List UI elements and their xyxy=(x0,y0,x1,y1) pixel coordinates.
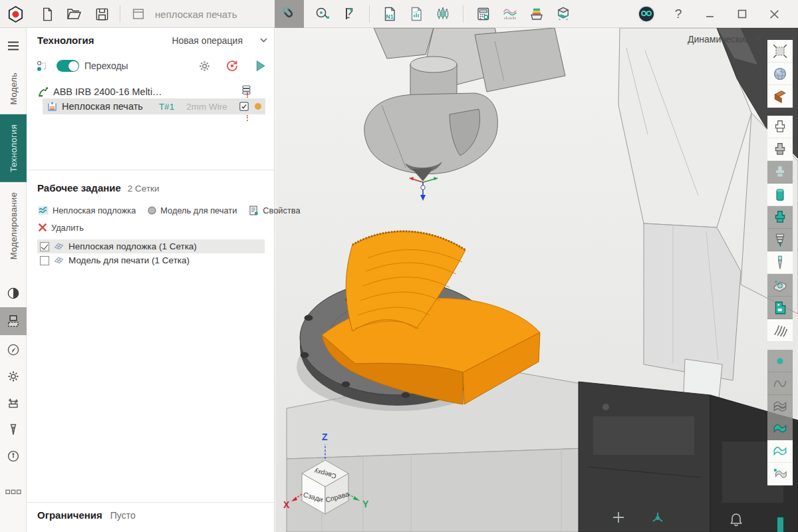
close-button[interactable] xyxy=(763,3,785,25)
minimize-button[interactable] xyxy=(699,3,722,25)
settings-button[interactable] xyxy=(0,364,27,388)
toolbar-separator xyxy=(369,5,370,23)
properties-label: Свойства xyxy=(263,205,300,215)
design-button[interactable] xyxy=(0,337,27,362)
spline-button[interactable] xyxy=(767,372,793,395)
constraints-value: Пусто xyxy=(110,510,136,521)
open-folder-icon xyxy=(66,6,82,22)
play-icon[interactable] xyxy=(253,59,267,73)
delete-button[interactable]: Удалить xyxy=(37,222,84,233)
new-operation-dropdown[interactable]: Новая операция xyxy=(172,35,267,46)
workpiece-button[interactable] xyxy=(767,274,793,297)
robot-status-button[interactable] xyxy=(650,511,665,528)
print-model-button[interactable]: Модель для печати xyxy=(147,205,237,215)
operation-checkbox-checked[interactable] xyxy=(239,101,249,112)
assistant-button[interactable] xyxy=(635,3,658,25)
transitions-toggle[interactable] xyxy=(57,60,79,72)
wave-outline-button[interactable] xyxy=(767,395,793,418)
point-icon xyxy=(772,353,788,369)
help-button[interactable]: ? xyxy=(667,3,690,25)
rail-tab-technology[interactable]: Технология xyxy=(0,114,27,182)
tools-library-button[interactable] xyxy=(432,3,454,25)
wave-light-button[interactable] xyxy=(767,440,793,463)
tool-cylinder-button[interactable] xyxy=(767,184,793,206)
view-mode-dropdown[interactable]: Динамический xyxy=(688,34,761,45)
origin-button[interactable] xyxy=(0,281,27,305)
link-connector xyxy=(247,115,248,121)
worktask-badge: 2 Сетки xyxy=(128,184,160,194)
tool-flange-button[interactable] xyxy=(767,206,793,229)
viewport-3d[interactable]: Z Сверху Сзади Справа X Y Динамический xyxy=(275,28,798,532)
robot-machine-icon xyxy=(37,86,49,98)
tree-operation-row-selected[interactable]: Неплоская печать T#1 2mm Wire xyxy=(43,98,265,114)
machine-button[interactable] xyxy=(767,297,793,319)
layers-button[interactable] xyxy=(525,3,548,25)
save-icon xyxy=(94,7,110,22)
properties-button[interactable]: Свойства xyxy=(248,205,300,216)
report-button[interactable] xyxy=(405,3,428,25)
toolpath-hatch-button[interactable] xyxy=(767,319,793,342)
item-checkbox-unchecked[interactable] xyxy=(40,256,49,265)
view-toolbar xyxy=(767,40,793,485)
add-button[interactable] xyxy=(612,511,625,527)
magnet-snap-button[interactable] xyxy=(275,0,304,28)
mesh-icon xyxy=(53,255,65,265)
new-file-button[interactable] xyxy=(36,3,59,25)
gcode-button[interactable]: N1 xyxy=(378,3,401,25)
simulation-button[interactable] xyxy=(552,3,575,25)
wave-solid-button[interactable] xyxy=(767,418,793,440)
caliper-button[interactable] xyxy=(338,3,360,25)
wave-flag-button[interactable] xyxy=(767,463,793,485)
tree-machine-row[interactable]: ABB IRB 2400-16 Melti… xyxy=(37,85,234,98)
tool-holder-outline-icon xyxy=(772,119,788,135)
fit-view-button[interactable] xyxy=(767,40,793,63)
notifications-button[interactable] xyxy=(729,511,743,529)
operation-settings-gear-icon[interactable] xyxy=(198,59,211,73)
printer-mode-button[interactable] xyxy=(0,307,27,335)
tool-stack-button[interactable] xyxy=(767,229,793,251)
document-tab[interactable] xyxy=(127,3,150,25)
shaded-view-button[interactable] xyxy=(767,63,793,85)
calculator-button[interactable] xyxy=(472,3,495,25)
wave-surface-light-icon xyxy=(772,444,788,460)
scene-3d[interactable]: Z Сверху Сзади Справа X Y xyxy=(275,28,798,532)
tool-ghost-button[interactable] xyxy=(767,161,793,184)
drill-button[interactable] xyxy=(767,251,793,274)
point-button[interactable] xyxy=(767,350,793,372)
rail-tab-model[interactable]: Модель xyxy=(0,63,27,114)
gauge-button[interactable] xyxy=(0,444,27,468)
transitions-label: Переходы xyxy=(84,61,128,71)
battery-indicator[interactable] xyxy=(776,516,785,532)
app-logo[interactable] xyxy=(4,3,27,25)
magnet-icon xyxy=(281,6,297,22)
surface-view-button[interactable] xyxy=(767,85,793,108)
tool-holder-outline-button[interactable] xyxy=(767,116,793,138)
press-button[interactable] xyxy=(0,390,27,415)
more-button[interactable] xyxy=(0,479,27,504)
properties-icon xyxy=(248,205,259,216)
measure-tape-button[interactable] xyxy=(311,3,334,25)
workpiece-icon xyxy=(772,277,788,293)
tool-button[interactable] xyxy=(0,417,27,442)
item-checkbox-checked[interactable] xyxy=(40,242,49,251)
document-title: неплоская печать xyxy=(155,9,237,20)
minimize-icon xyxy=(704,8,716,20)
save-file-button[interactable] xyxy=(90,3,113,25)
graphs-button[interactable] xyxy=(499,3,521,25)
calculator-icon xyxy=(475,6,491,22)
tool-holder-gray-button[interactable] xyxy=(767,138,793,161)
tool-holder-gray-icon xyxy=(772,142,788,158)
worktask-item[interactable]: Неплоская подложка (1 Сетка) xyxy=(37,239,265,253)
open-file-button[interactable] xyxy=(63,3,85,25)
maximize-button[interactable] xyxy=(731,3,753,25)
wave-surface-outline-icon xyxy=(772,398,788,414)
substrate-button[interactable]: Неплоская подложка xyxy=(37,205,136,216)
recalculate-icon[interactable] xyxy=(225,59,239,73)
worktask-item[interactable]: Модель для печати (1 Сетка) xyxy=(37,253,265,267)
structure-icon[interactable] xyxy=(36,60,49,72)
toggle-knob xyxy=(68,61,78,71)
substrate-wave-icon xyxy=(37,205,49,216)
rail-tab-modeling[interactable]: Моделирование xyxy=(0,182,27,269)
gear-icon xyxy=(6,369,21,384)
main-menu-button[interactable] xyxy=(0,36,27,56)
